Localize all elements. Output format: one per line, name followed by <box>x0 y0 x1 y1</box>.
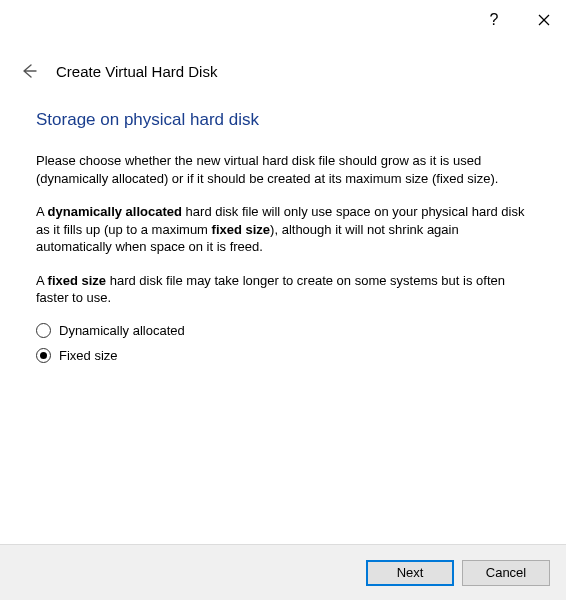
next-button[interactable]: Next <box>366 560 454 586</box>
radio-icon <box>36 323 51 338</box>
text: A <box>36 273 48 288</box>
text: hard disk file may take longer to create… <box>36 273 505 306</box>
bold-text: dynamically allocated <box>48 204 182 219</box>
bold-text: fixed size <box>48 273 107 288</box>
wizard-header: Create Virtual Hard Disk <box>0 40 566 100</box>
radio-dynamically-allocated[interactable]: Dynamically allocated <box>36 323 530 338</box>
radio-label: Fixed size <box>59 348 118 363</box>
bold-text: fixed size <box>212 222 271 237</box>
cancel-button[interactable]: Cancel <box>462 560 550 586</box>
dynamic-paragraph: A dynamically allocated hard disk file w… <box>36 203 530 256</box>
help-icon[interactable]: ? <box>480 6 508 34</box>
radio-fixed-size[interactable]: Fixed size <box>36 348 530 363</box>
intro-paragraph: Please choose whether the new virtual ha… <box>36 152 530 187</box>
footer: Next Cancel <box>0 544 566 600</box>
fixed-paragraph: A fixed size hard disk file may take lon… <box>36 272 530 307</box>
text: A <box>36 204 48 219</box>
section-heading: Storage on physical hard disk <box>36 110 530 130</box>
close-icon[interactable] <box>530 6 558 34</box>
help-icon-glyph: ? <box>490 11 499 29</box>
radio-icon <box>36 348 51 363</box>
titlebar: ? <box>0 0 566 40</box>
radio-label: Dynamically allocated <box>59 323 185 338</box>
back-button[interactable] <box>18 60 40 82</box>
storage-type-radio-group: Dynamically allocated Fixed size <box>36 323 530 363</box>
content: Storage on physical hard disk Please cho… <box>0 100 566 363</box>
wizard-title: Create Virtual Hard Disk <box>56 63 217 80</box>
close-icon-svg <box>538 14 550 26</box>
back-arrow-icon <box>21 63 37 79</box>
